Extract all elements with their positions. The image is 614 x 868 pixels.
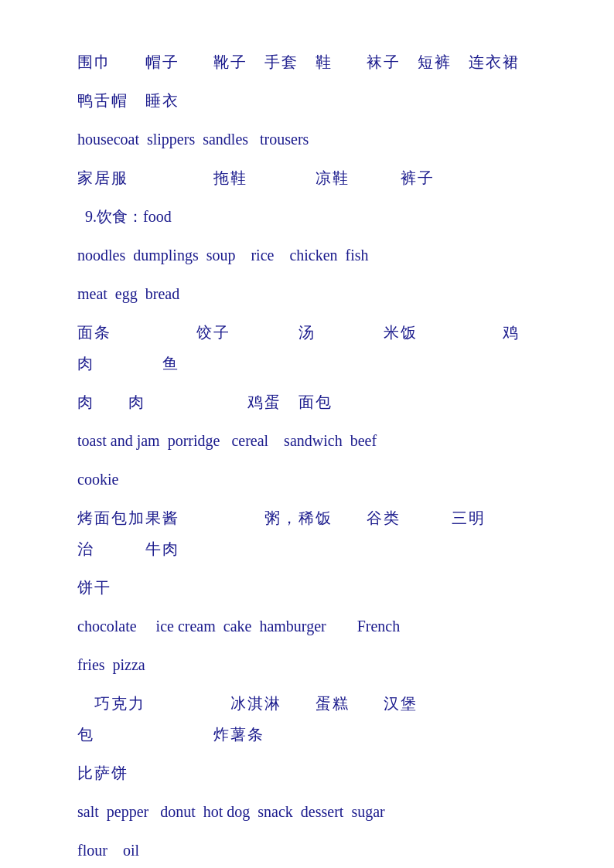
line2: 鸭舌帽 睡衣 (77, 85, 537, 116)
line12: 烤面包加果酱 粥，稀饭 谷类 三明治 牛肉 (77, 502, 537, 564)
line13: 饼干 (77, 572, 537, 603)
line7: meat egg bread (77, 278, 537, 309)
line6: noodles dumplings soup rice chicken fish (77, 240, 537, 271)
line15: fries pizza (77, 649, 537, 680)
page-content: 围巾 帽子 靴子 手套 鞋 袜子 短裤 连衣裙 鸭舌帽 睡衣 housecoat… (77, 46, 537, 866)
line14: chocolate ice cream cake hamburger Frenc… (77, 611, 537, 642)
line5: 9.饮食：food (77, 201, 537, 232)
line8: 面条 饺子 汤 米饭 鸡肉 鱼 (77, 317, 537, 379)
line10: toast and jam porridge cereal sandwich b… (77, 425, 537, 456)
line11: cookie (77, 464, 537, 495)
line4: 家居服 拖鞋 凉鞋 裤子 (77, 162, 537, 193)
line16: 巧克力 冰淇淋 蛋糕 汉堡包 炸薯条 (77, 688, 537, 750)
line19: flour oil (77, 835, 537, 866)
line9: 肉 肉 鸡蛋 面包 (77, 386, 537, 417)
line18: salt pepper donut hot dog snack dessert … (77, 796, 537, 827)
line3: housecoat slippers sandles trousers (77, 124, 537, 155)
line1: 围巾 帽子 靴子 手套 鞋 袜子 短裤 连衣裙 (77, 46, 537, 77)
line17: 比萨饼 (77, 757, 537, 788)
